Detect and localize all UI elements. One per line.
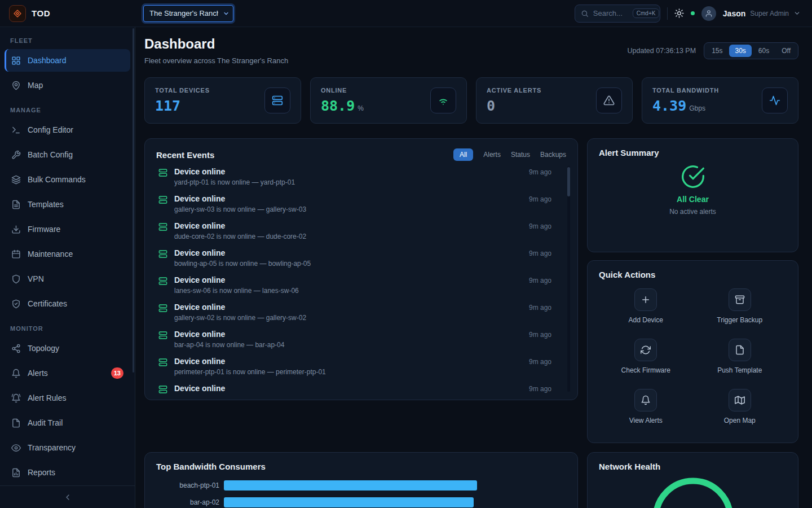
refresh-60s-button[interactable]: 60s: [753, 45, 775, 57]
push-template-button[interactable]: Push Template: [717, 339, 762, 374]
sidebar-item-label: Maintenance: [28, 249, 73, 259]
search-icon: [581, 10, 589, 17]
brand-name: TOD: [32, 8, 50, 18]
sidebar-item-label: VPN: [28, 274, 44, 283]
sidebar-collapse-button[interactable]: [0, 485, 135, 508]
alert-triangle-icon: [596, 87, 622, 113]
add-device-button[interactable]: Add Device: [629, 288, 663, 324]
sidebar-item-certificates[interactable]: Certificates: [5, 292, 130, 315]
updated-timestamp: Updated 07:36:13 PM: [628, 47, 696, 55]
event-row[interactable]: Device online dude-core-02 is now online…: [156, 219, 566, 246]
stat-card-active-alerts: ACTIVE ALERTS 0: [476, 77, 633, 124]
event-row[interactable]: Device online lanes-sw-06 is now online …: [156, 273, 566, 300]
quick-action-label: View Alerts: [629, 417, 663, 424]
site-selector[interactable]: The Stranger's Ranch: [143, 5, 233, 22]
sidebar-item-label: Transparency: [28, 443, 76, 452]
server-icon: [158, 249, 167, 273]
open-map-button[interactable]: Open Map: [724, 389, 756, 424]
section-label-fleet: FLEET: [10, 37, 125, 44]
sidebar-item-bulk-commands[interactable]: Bulk Commands: [5, 168, 130, 191]
server-icon: [158, 358, 167, 382]
sidebar-item-batch-config[interactable]: Batch Config: [5, 143, 130, 166]
stat-label: TOTAL DEVICES: [155, 87, 210, 94]
avatar[interactable]: [701, 6, 716, 21]
user-menu[interactable]: Jason Super Admin: [723, 9, 801, 18]
quick-action-label: Push Template: [717, 366, 762, 374]
trigger-backup-button[interactable]: Trigger Backup: [717, 288, 762, 324]
sidebar-item-vpn[interactable]: VPN: [5, 268, 130, 290]
check-circle-icon: [681, 164, 705, 189]
network-health-title: Network Health: [599, 462, 660, 471]
map-pin-icon: [11, 81, 21, 90]
file-icon: [11, 418, 21, 428]
bandwidth-panel: Top Bandwidth Consumers beach-ptp-01 bar…: [144, 452, 578, 508]
bandwidth-bar: [224, 480, 477, 491]
stat-card-online: ONLINE 88.9 %: [310, 77, 467, 124]
topbar-right: Cmd+K Jason Super Admin: [575, 5, 801, 23]
tab-status[interactable]: Status: [511, 151, 530, 159]
sidebar-item-alerts[interactable]: Alerts 13: [5, 362, 130, 384]
refresh-off-button[interactable]: Off: [776, 45, 796, 57]
sidebar-item-dashboard[interactable]: Dashboard: [5, 49, 130, 72]
sidebar-item-templates[interactable]: Templates: [5, 193, 130, 216]
stat-value: 0: [487, 98, 495, 114]
view-alerts-button[interactable]: View Alerts: [629, 389, 663, 424]
sidebar-item-label: Certificates: [28, 299, 67, 308]
quick-action-label: Open Map: [724, 417, 756, 424]
sidebar-item-audit-trail[interactable]: Audit Trail: [5, 411, 130, 434]
events-scrollbar-thumb[interactable]: [567, 167, 570, 196]
search-input[interactable]: [593, 9, 628, 17]
sidebar-item-config-editor[interactable]: Config Editor: [5, 119, 130, 141]
stat-label: ACTIVE ALERTS: [487, 87, 541, 94]
event-time: 9m ago: [529, 304, 551, 327]
bandwidth-row: beach-ptp-01: [156, 480, 566, 491]
event-row[interactable]: Device online perimeter-ptp-01 is now on…: [156, 354, 566, 382]
event-title: Device online: [174, 167, 522, 176]
tab-alerts[interactable]: Alerts: [483, 151, 501, 159]
sidebar-item-topology[interactable]: Topology: [5, 337, 130, 360]
sidebar-item-label: Topology: [28, 344, 59, 353]
sidebar-item-label: Dashboard: [28, 56, 67, 65]
event-row[interactable]: Device online gallery-sw-03 is now onlin…: [156, 192, 566, 219]
bandwidth-title: Top Bandwidth Consumers: [156, 462, 266, 471]
sidebar-item-maintenance[interactable]: Maintenance: [5, 243, 130, 265]
sidebar-scrollbar[interactable]: [133, 28, 134, 373]
quick-actions-panel: Quick Actions Add Device Trigger Backup: [587, 260, 798, 443]
refresh-30s-button[interactable]: 30s: [729, 45, 751, 57]
plus-icon: [634, 288, 657, 311]
quick-actions-title: Quick Actions: [599, 270, 655, 279]
event-time: 9m ago: [529, 358, 551, 382]
sidebar-item-firmware[interactable]: Firmware: [5, 218, 130, 240]
sidebar-item-label: Templates: [28, 200, 64, 209]
event-row[interactable]: Device online gallery-sw-02 is now onlin…: [156, 300, 566, 327]
events-scrollbar[interactable]: [567, 166, 570, 392]
server-icon: [158, 385, 167, 398]
theme-toggle-sun-icon[interactable]: [674, 8, 684, 18]
sidebar-item-transparency[interactable]: Transparency: [5, 436, 130, 459]
tab-backups[interactable]: Backups: [540, 151, 566, 159]
server-icon: [158, 277, 167, 300]
stat-card-total-bandwidth: TOTAL BANDWIDTH 4.39 Gbps: [642, 77, 798, 124]
sidebar-item-alert-rules[interactable]: Alert Rules: [5, 387, 130, 409]
sidebar-item-reports[interactable]: Reports: [5, 461, 130, 484]
event-row[interactable]: Device online bowling-ap-05 is now onlin…: [156, 246, 566, 273]
tab-all[interactable]: All: [453, 148, 473, 161]
file-icon: [729, 339, 751, 361]
alert-summary-title: Alert Summary: [599, 148, 659, 157]
event-row[interactable]: Device online 9m ago: [156, 382, 566, 398]
event-time: 9m ago: [529, 222, 551, 246]
server-icon: [158, 222, 167, 246]
search-box[interactable]: Cmd+K: [575, 5, 660, 23]
user-menu-chevron-icon: [793, 10, 801, 17]
quick-action-label: Add Device: [629, 316, 663, 324]
event-title: Device online: [174, 194, 522, 203]
sidebar-item-map[interactable]: Map: [5, 74, 130, 97]
check-firmware-button[interactable]: Check Firmware: [621, 339, 670, 374]
event-row[interactable]: Device online bar-ap-04 is now online — …: [156, 327, 566, 354]
page-header: Dashboard Fleet overview across The Stra…: [144, 36, 798, 65]
user-role: Super Admin: [750, 10, 789, 17]
server-icon: [158, 195, 167, 219]
event-row[interactable]: Device online yard-ptp-01 is now online …: [156, 165, 566, 192]
refresh-15s-button[interactable]: 15s: [706, 45, 728, 57]
online-status-dot: [691, 11, 695, 15]
